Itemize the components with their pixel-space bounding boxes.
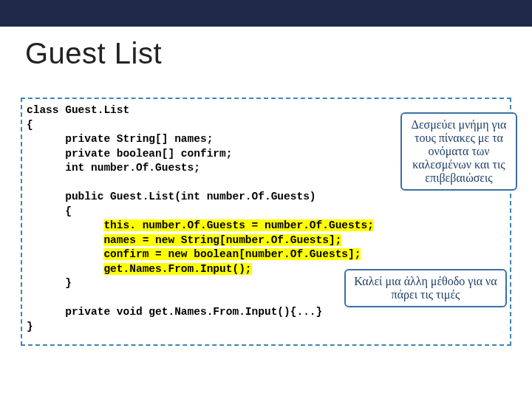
code-indent: [27, 248, 103, 260]
callout-method: Καλεί μια άλλη μέθοδο για να πάρει τις τ…: [344, 269, 507, 307]
code-line: private String[] names;: [27, 133, 213, 145]
code-highlight: this. number.Of.Guests = number.Of.Guest…: [103, 219, 373, 231]
code-line: }: [27, 277, 72, 289]
code-indent: [27, 234, 103, 246]
code-indent: [27, 219, 103, 231]
code-line: private void get.Names.From.Input(){...}: [27, 306, 322, 318]
code-line: private boolean[] confirm;: [27, 148, 232, 160]
code-line: }: [27, 321, 33, 332]
code-line: class Guest.List: [27, 104, 129, 116]
code-line: {: [27, 205, 72, 217]
code-highlight: names = new String[number.Of.Guests];: [103, 234, 341, 246]
page-title: Guest List: [25, 37, 162, 70]
code-highlight: confirm = new boolean[number.Of.Guests];: [103, 248, 361, 260]
code-line: int number.Of.Guests;: [27, 162, 200, 174]
code-line: public Guest.List(int number.Of.Guests): [27, 191, 316, 202]
top-bar: [0, 0, 532, 27]
code-line: {: [27, 119, 33, 131]
code-block: class Guest.List { private String[] name…: [27, 103, 374, 334]
code-indent: [27, 263, 103, 275]
callout-memory: Δεσμεύει μνήμη για τους πίνακες με τα ον…: [400, 112, 517, 191]
code-highlight: get.Names.From.Input();: [103, 263, 251, 275]
